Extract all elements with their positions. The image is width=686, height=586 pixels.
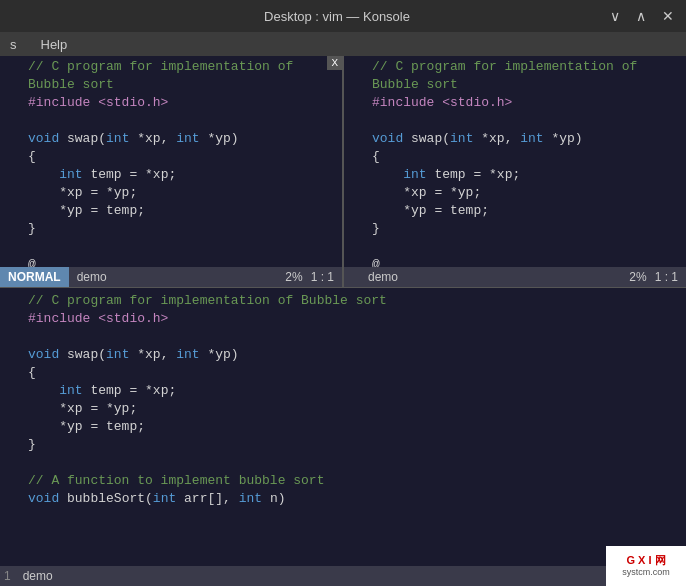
status-line-left: NORMAL demo 2% 1 : 1 — [0, 267, 342, 287]
close-button[interactable]: ✕ — [658, 6, 678, 26]
minimize-button[interactable]: ∨ — [606, 6, 624, 26]
pane-close-button[interactable]: X — [327, 56, 342, 70]
vim-container: X // C program for implementation of Bub… — [0, 56, 686, 586]
bottom-filename: demo — [15, 569, 61, 583]
status-right-right: 2% 1 : 1 — [621, 267, 686, 287]
split-area: X // C program for implementation of Bub… — [0, 56, 686, 288]
status-left-right — [344, 267, 360, 287]
menu-item-help[interactable]: Help — [35, 35, 74, 54]
window-title: Desktop : vim — Konsole — [68, 9, 606, 24]
code-right[interactable]: // C program for implementation of Bubbl… — [344, 56, 686, 276]
title-bar: Desktop : vim — Konsole ∨ ∧ ✕ — [0, 0, 686, 32]
status-right-left: 2% 1 : 1 — [277, 267, 342, 287]
code-left[interactable]: // C program for implementation of Bubbl… — [0, 56, 342, 276]
pane-left[interactable]: X // C program for implementation of Bub… — [0, 56, 344, 287]
title-bar-buttons: ∨ ∧ ✕ — [606, 6, 678, 26]
maximize-button[interactable]: ∧ — [632, 6, 650, 26]
lower-pane[interactable]: // C program for implementation of Bubbl… — [0, 288, 686, 586]
percent-right: 2% — [629, 270, 646, 284]
pane-right[interactable]: // C program for implementation of Bubbl… — [344, 56, 686, 287]
bottom-lineno: 1 — [0, 569, 15, 583]
watermark: G X I 网 systcm.com — [606, 546, 686, 586]
status-line-right: demo 2% 1 : 1 — [344, 267, 686, 287]
bottom-status: 1 demo 2% 1 : 1 — [0, 566, 686, 586]
percent-left: 2% — [285, 270, 302, 284]
menu-item-s[interactable]: s — [4, 35, 23, 54]
menu-bar: s Help — [0, 32, 686, 56]
position-left: 1 : 1 — [311, 270, 334, 284]
code-lower[interactable]: // C program for implementation of Bubbl… — [0, 288, 686, 510]
filename-right: demo — [360, 267, 621, 287]
watermark-line1: G X I 网 — [622, 553, 670, 567]
position-right: 1 : 1 — [655, 270, 678, 284]
filename-left: demo — [69, 267, 278, 287]
watermark-line2: systcm.com — [622, 567, 670, 579]
mode-indicator: NORMAL — [0, 267, 69, 287]
